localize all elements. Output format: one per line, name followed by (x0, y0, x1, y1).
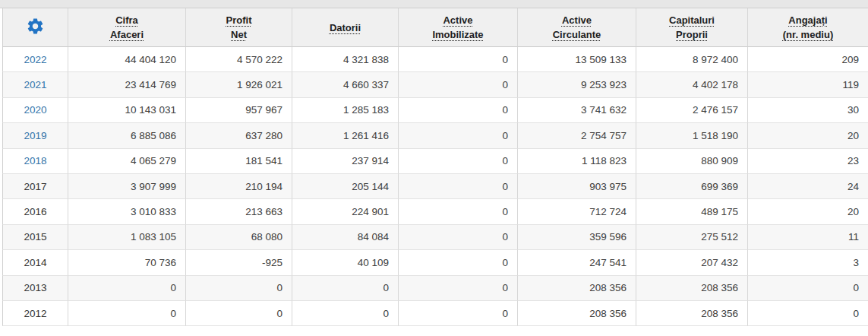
value-cell-active-imobilizate: 0 (399, 72, 518, 97)
value-cell-active-circulante: 2 754 757 (518, 123, 636, 148)
value-cell-active-imobilizate: 0 (399, 225, 518, 250)
table-row: 2017 3 907 999 210 194 205 144 0 903 975… (2, 174, 868, 199)
value-cell-active-imobilizate: 0 (399, 276, 518, 301)
settings-button[interactable] (26, 17, 45, 36)
value-cell-datorii: 4 660 337 (292, 72, 399, 97)
value-cell-active-circulante: 3 741 632 (518, 98, 636, 123)
col-header-label: Afaceri (68, 27, 185, 42)
value-cell-cifra-afaceri: 3 907 999 (68, 174, 186, 199)
value-cell-datorii: 40 109 (292, 250, 399, 275)
year-cell: 2016 (2, 199, 68, 224)
col-header-label: Imobilizate (399, 27, 517, 42)
value-cell-capitaluri-proprii: 1 518 190 (636, 123, 748, 148)
col-header-label: Proprii (636, 27, 747, 42)
col-header-cifra-afaceri: Cifra Afaceri (68, 8, 186, 47)
value-cell-cifra-afaceri: 1 083 105 (68, 225, 186, 250)
year-cell: 2017 (2, 174, 68, 199)
year-link[interactable]: 2018 (24, 155, 46, 166)
year-link[interactable]: 2022 (24, 54, 46, 65)
year-label: 2016 (24, 206, 46, 217)
year-cell: 2020 (2, 98, 68, 123)
value-cell-angajati: 119 (748, 72, 868, 97)
table-row: 2016 3 010 833 213 663 224 901 0 712 724… (2, 199, 868, 224)
value-cell-datorii: 4 321 838 (292, 47, 399, 72)
col-header-active-imobilizate: Active Imobilizate (399, 8, 518, 47)
year-cell: 2014 (2, 250, 68, 275)
col-header-profit-net: Profit Net (186, 8, 292, 47)
col-header-label: Net (186, 27, 292, 42)
value-cell-angajati: 20 (748, 123, 868, 148)
value-cell-datorii: 1 285 183 (292, 98, 399, 123)
value-cell-cifra-afaceri: 4 065 279 (68, 149, 186, 174)
table-row: 2019 6 885 086 637 280 1 261 416 0 2 754… (2, 123, 868, 148)
value-cell-datorii: 237 914 (292, 149, 399, 174)
value-cell-active-circulante: 208 356 (518, 301, 636, 326)
value-cell-capitaluri-proprii: 880 909 (636, 149, 748, 174)
col-header-label: Profit (186, 13, 292, 27)
value-cell-cifra-afaceri: 44 404 120 (68, 47, 186, 72)
value-cell-profit-net: 637 280 (186, 123, 292, 148)
year-label: 2014 (24, 257, 46, 268)
value-cell-active-circulante: 247 541 (518, 250, 636, 275)
page-top-strip (0, 0, 868, 8)
value-cell-active-circulante: 1 118 823 (518, 149, 636, 174)
value-cell-capitaluri-proprii: 489 175 (636, 199, 748, 224)
value-cell-profit-net: 0 (186, 276, 292, 301)
table-row: 2014 70 736 -925 40 109 0 247 541 207 43… (2, 250, 868, 275)
value-cell-profit-net: 213 663 (186, 199, 292, 224)
value-cell-profit-net: 0 (186, 301, 292, 326)
value-cell-active-circulante: 208 356 (518, 276, 636, 301)
col-header-angajati: Angajați (nr. mediu) (748, 8, 868, 47)
year-cell: 2013 (2, 276, 68, 301)
table-row: 2013 0 0 0 0 208 356 208 356 0 (2, 276, 868, 301)
value-cell-datorii: 0 (292, 301, 399, 326)
table-row: 2022 44 404 120 4 570 222 4 321 838 0 13… (2, 47, 868, 72)
year-link[interactable]: 2021 (24, 79, 46, 90)
value-cell-angajati: 0 (748, 276, 868, 301)
value-cell-active-circulante: 359 596 (518, 225, 636, 250)
value-cell-angajati: 209 (748, 47, 868, 72)
col-header-label: Capitaluri (636, 13, 747, 27)
value-cell-capitaluri-proprii: 207 432 (636, 250, 748, 275)
value-cell-profit-net: 210 194 (186, 174, 292, 199)
value-cell-datorii: 224 901 (292, 199, 399, 224)
year-label: 2013 (24, 282, 46, 293)
value-cell-active-circulante: 903 975 (518, 174, 636, 199)
table-row: 2020 10 143 031 957 967 1 285 183 0 3 74… (2, 98, 868, 123)
year-link[interactable]: 2019 (24, 130, 46, 141)
value-cell-active-circulante: 13 509 133 (518, 47, 636, 72)
value-cell-profit-net: 68 080 (186, 225, 292, 250)
value-cell-active-imobilizate: 0 (399, 149, 518, 174)
value-cell-cifra-afaceri: 6 885 086 (68, 123, 186, 148)
value-cell-capitaluri-proprii: 208 356 (636, 301, 748, 326)
year-cell: 2015 (2, 225, 68, 250)
value-cell-profit-net: -925 (186, 250, 292, 275)
year-label: 2012 (24, 308, 46, 319)
value-cell-active-imobilizate: 0 (399, 174, 518, 199)
value-cell-cifra-afaceri: 3 010 833 (68, 199, 186, 224)
value-cell-capitaluri-proprii: 275 512 (636, 225, 748, 250)
year-cell: 2022 (2, 47, 68, 72)
col-header-label: (nr. mediu) (748, 27, 868, 42)
value-cell-capitaluri-proprii: 2 476 157 (636, 98, 748, 123)
table-row: 2021 23 414 769 1 926 021 4 660 337 0 9 … (2, 72, 868, 97)
value-cell-profit-net: 1 926 021 (186, 72, 292, 97)
value-cell-capitaluri-proprii: 699 369 (636, 174, 748, 199)
table-row: 2012 0 0 0 0 208 356 208 356 0 (2, 301, 868, 326)
year-label: 2017 (24, 181, 46, 192)
value-cell-profit-net: 4 570 222 (186, 47, 292, 72)
year-cell: 2012 (2, 301, 68, 326)
value-cell-active-imobilizate: 0 (399, 250, 518, 275)
value-cell-capitaluri-proprii: 4 402 178 (636, 72, 748, 97)
year-link[interactable]: 2020 (24, 104, 46, 116)
col-header-datorii: Datorii (292, 8, 399, 47)
year-cell: 2018 (2, 149, 68, 174)
value-cell-datorii: 0 (292, 276, 399, 301)
value-cell-active-circulante: 9 253 923 (518, 72, 636, 97)
col-header-active-circulante: Active Circulante (518, 8, 636, 47)
col-header-label: Angajați (748, 13, 868, 27)
table-header: Cifra Afaceri Profit Net Datorii Active … (2, 8, 868, 47)
value-cell-cifra-afaceri: 23 414 769 (68, 72, 186, 97)
col-header-label: Datorii (292, 21, 398, 35)
col-header-label: Circulante (518, 27, 636, 42)
